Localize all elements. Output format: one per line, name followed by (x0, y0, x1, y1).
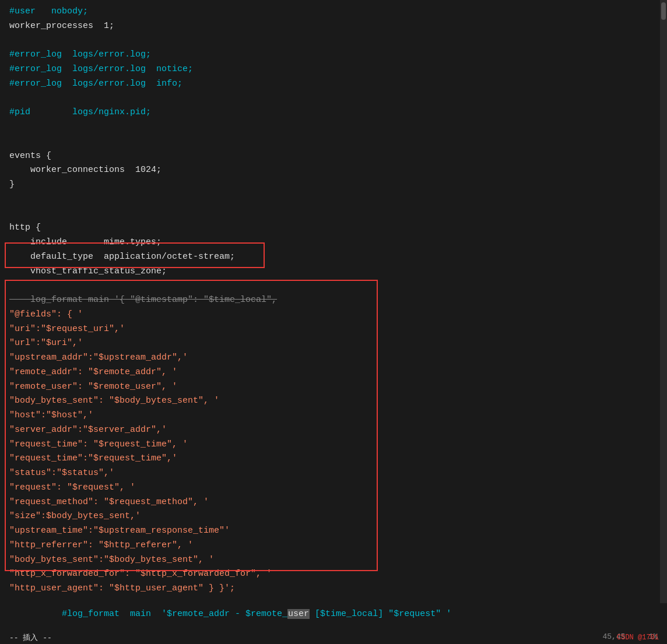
lf-14: "request_method": "$request_method", ' (7, 495, 660, 510)
lf-16: "upstream_time":"$upstream_response_time… (7, 524, 660, 539)
code-line-20 (7, 279, 660, 293)
lf-11: "request_time":"$request_time",' (7, 452, 660, 466)
lf-8: "host":"$host",' (7, 409, 660, 423)
code-area: #user nobody; worker_processes 1; #error… (0, 5, 667, 596)
lf-13: "request": "$request", ' (7, 481, 660, 495)
code-line-6: #error_log logs/error.log info; (7, 77, 660, 92)
code-line-21: log_format main '{ "@timestamp": "$time_… (7, 293, 660, 308)
code-line-9 (7, 120, 660, 135)
lf-4: "upstream_addr":"$upstream_addr",' (7, 351, 660, 365)
lf-3: "url":"$uri",' (7, 336, 660, 351)
code-line-7 (7, 92, 660, 106)
lf-1: "@fields": { ' (7, 308, 660, 322)
code-line-12: worker_connections 1024; (7, 163, 660, 178)
code-line-3 (7, 34, 660, 48)
code-line-15 (7, 207, 660, 221)
code-line-17: include mime.types; (7, 235, 660, 250)
code-line-5: #error_log logs/error.log notice; (7, 62, 660, 77)
editor-mode: -- 插入 -- (9, 632, 52, 643)
code-line-4: #error_log logs/error.log; (7, 48, 660, 62)
lf-19: "http_x_forwarded_for": "$http_x_forward… (7, 567, 660, 582)
code-line-2: worker_processes 1; (7, 19, 660, 34)
user-highlighted: user (287, 609, 310, 619)
lf-9: "server_addr":"$server_addr",' (7, 423, 660, 438)
lf-15: "size":$body_bytes_sent,' (7, 509, 660, 524)
lf-6: "remote_user": "$remote_user", ' (7, 380, 660, 395)
code-line-18: default_type application/octet-stream; (7, 250, 660, 265)
bottom-code-line: #log_format main '$remote_addr - $remote… (0, 597, 667, 631)
lf-17: "http_referrer": "$http_referer", ' (7, 539, 660, 553)
bottom-area: #log_format main '$remote_addr - $remote… (0, 603, 667, 644)
bottom-code-text: #log_format main '$remote_addr - $remote… (41, 609, 287, 619)
code-line-16: http { (7, 221, 660, 235)
code-line-8: #pid logs/nginx.pid; (7, 105, 660, 120)
code-line-1: #user nobody; (7, 5, 660, 19)
scrollbar[interactable] (660, 0, 667, 644)
lf-18: "body_bytes_sent":"$body_bytes_sent", ' (7, 553, 660, 568)
bottom-code-suffix: [$time_local] "$request" ' (310, 609, 451, 619)
lf-10: "request_time": "$request_time", ' (7, 438, 660, 452)
lf-5: "remote_addr": "$remote_addr", ' (7, 365, 660, 380)
lf-2: "uri":"$request_uri",' (7, 322, 660, 337)
lf-12: "status":"$status",' (7, 466, 660, 481)
code-line-19: vhost_traffic_status_zone; (7, 265, 660, 279)
editor-container: #user nobody; worker_processes 1; #error… (0, 0, 667, 644)
lf-7: "body_bytes_sent": "$body_bytes_sent", ' (7, 394, 660, 409)
code-line-13: } (7, 178, 660, 192)
code-line-11: events { (7, 149, 660, 164)
csdn-badge: CSDN @1701 (617, 634, 659, 642)
status-bar: -- 插入 -- 45,45 1% (0, 631, 667, 644)
scrollbar-thumb[interactable] (661, 2, 666, 20)
code-line-10 (7, 135, 660, 149)
code-line-14 (7, 192, 660, 207)
lf-20: "http_user_agent": "$http_user_agent" } … (7, 582, 660, 596)
